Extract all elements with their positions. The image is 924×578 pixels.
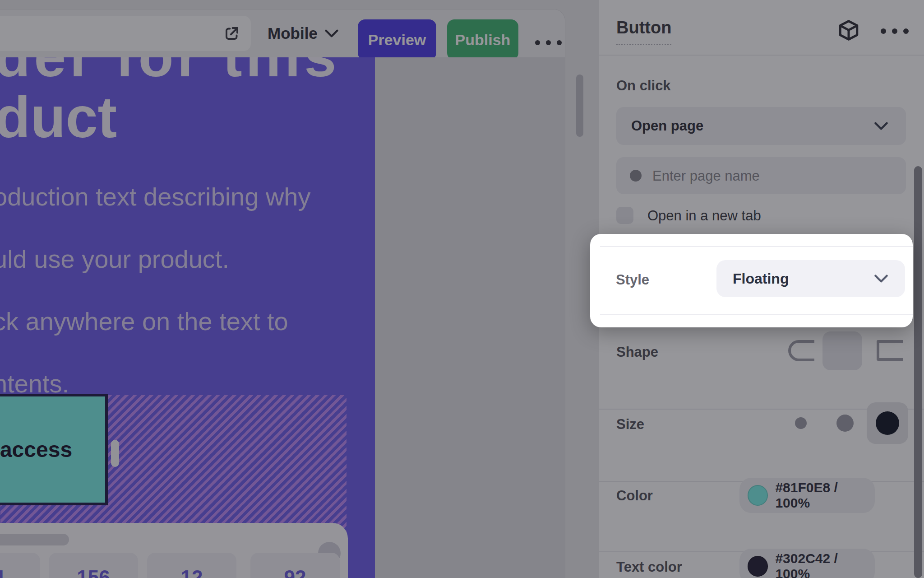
- style-select[interactable]: Floating: [716, 260, 905, 297]
- style-label: Style: [616, 272, 649, 288]
- chevron-down-icon: [874, 275, 888, 283]
- style-spotlight: Style Floating: [590, 234, 913, 327]
- app: Mobile Preview Publish der for this duct…: [0, 0, 924, 578]
- divider: [600, 314, 913, 315]
- style-value: Floating: [733, 270, 789, 287]
- divider: [600, 246, 913, 247]
